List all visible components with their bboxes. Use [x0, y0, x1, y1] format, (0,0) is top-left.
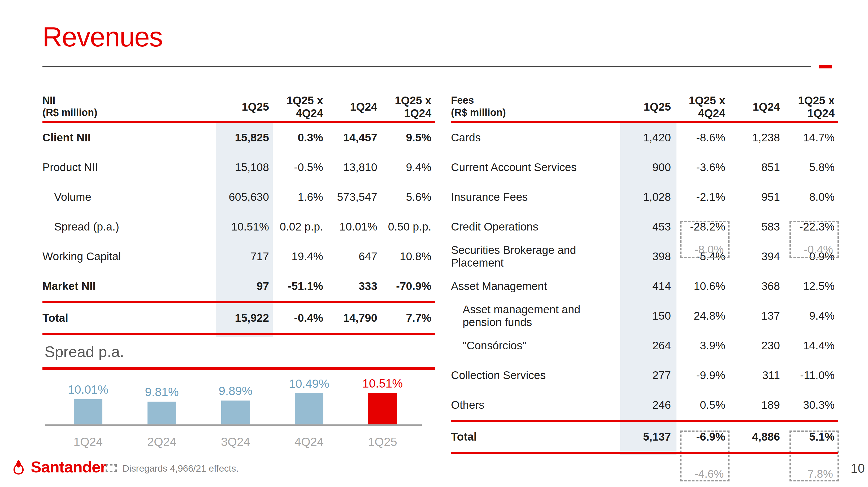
cell-value: -22.3%-0.4% — [784, 220, 838, 233]
column-header: 1Q25 x 4Q24 — [675, 94, 729, 121]
cell-value: 19.4% — [273, 250, 327, 263]
cell-value: 277 — [619, 369, 675, 382]
cell-value: 7.7% — [381, 312, 435, 325]
cell-value: 9.5% — [381, 131, 435, 144]
table-row: Credit Operations453-28.2%-8.0%583-22.3%… — [451, 212, 838, 242]
cell-value: 398 — [619, 250, 675, 263]
nii-table: NII (R$ million)1Q251Q25 x 4Q241Q241Q25 … — [42, 88, 435, 335]
cell-value: 14.4% — [784, 339, 838, 352]
row-label: Product NII — [42, 161, 215, 174]
cell-value: 647 — [327, 250, 381, 263]
cell-value: 900 — [619, 161, 675, 174]
total-top-rule — [42, 301, 435, 303]
spread-section-title: Spread p.a. — [44, 343, 124, 361]
table-row: Others2460.5%18930.3% — [451, 390, 838, 420]
row-label: Credit Operations — [451, 220, 619, 233]
table-row: Insurance Fees1,028-2.1%9518.0% — [451, 182, 838, 212]
cell-value: 1,238 — [729, 131, 784, 144]
table-row: Spread (p.a.)10.51%0.02 p.p.10.01%0.50 p… — [42, 212, 435, 242]
spread-section-rule — [42, 367, 435, 370]
cell-value: 1.6% — [273, 191, 327, 204]
cell-value: 4,886 — [729, 430, 784, 443]
total-bottom-rule — [42, 333, 435, 335]
dashed-highlight-box — [789, 430, 839, 481]
column-header: 1Q25 x 1Q24 — [784, 94, 838, 121]
table-row: Asset Management41410.6%36812.5% — [451, 271, 838, 301]
table-title: Fees (R$ million) — [451, 94, 619, 121]
dashed-box-icon — [105, 464, 117, 472]
row-label: Securities Brokerage and Placement — [451, 244, 619, 269]
row-label: Current Account Services — [451, 161, 619, 174]
cell-value: 3.9% — [675, 339, 729, 352]
column-header: 1Q25 x 1Q24 — [381, 94, 435, 121]
footnote-text: Disregards 4,966/21 effects. — [123, 463, 239, 474]
table-row: Asset management and pension funds15024.… — [451, 301, 838, 331]
column-header: 1Q25 — [215, 100, 273, 121]
table-row: Market NII97-51.1%333-70.9% — [42, 271, 435, 301]
cell-value: 189 — [729, 399, 784, 412]
cell-value: 10.51% — [215, 220, 273, 233]
cell-value: -0.4% — [273, 312, 327, 325]
cell-value: 24.8% — [675, 309, 729, 322]
table-row: Securities Brokerage and Placement398-5.… — [451, 242, 838, 271]
chart-value-label: 9.89% — [204, 384, 268, 398]
cell-value: -3.6% — [675, 161, 729, 174]
cell-value: 13,810 — [327, 161, 381, 174]
cell-value: 10.6% — [675, 280, 729, 293]
cell-value: 14,790 — [327, 312, 381, 325]
chart-bar — [148, 402, 176, 424]
title-red-dash — [819, 65, 832, 68]
cell-value: 717 — [215, 250, 273, 263]
cell-value: 30.3% — [784, 399, 838, 412]
cell-value: 0.50 p.p. — [381, 220, 435, 233]
cell-value: 12.5% — [784, 280, 838, 293]
cell-value: 15,108 — [215, 161, 273, 174]
spread-bar-chart: 10.01%1Q249.81%2Q249.89%3Q2410.49%4Q2410… — [42, 371, 425, 459]
dashed-highlight-box — [680, 221, 730, 258]
cell-value: 414 — [619, 280, 675, 293]
row-label: Client NII — [42, 131, 215, 144]
cell-value: 311 — [729, 369, 784, 382]
cell-value: -70.9% — [381, 280, 435, 293]
table-row: Client NII15,8250.3%14,4579.5% — [42, 123, 435, 153]
column-header: 1Q25 — [619, 100, 675, 121]
fees-table: Fees (R$ million)1Q251Q25 x 4Q241Q241Q25… — [451, 88, 838, 454]
cell-value: -6.9%-4.6% — [675, 430, 729, 443]
table-header: NII (R$ million)1Q251Q25 x 4Q241Q241Q25 … — [42, 88, 435, 121]
chart-bar — [74, 399, 102, 424]
row-label: Market NII — [42, 280, 215, 293]
cell-value: 453 — [619, 220, 675, 233]
cell-value: 230 — [729, 339, 784, 352]
table-title: NII (R$ million) — [42, 94, 215, 121]
cell-value: 264 — [619, 339, 675, 352]
table-row: Current Account Services900-3.6%8515.8% — [451, 153, 838, 182]
cell-value: 5,137 — [619, 430, 675, 443]
page-title: Revenues — [42, 21, 162, 53]
cell-value: 394 — [729, 250, 784, 263]
total-top-rule — [451, 420, 838, 422]
santander-wordmark: Santander — [31, 458, 106, 476]
cell-value: 0.5% — [675, 399, 729, 412]
total-bottom-rule — [451, 452, 838, 454]
cell-value: -28.2%-8.0% — [675, 220, 729, 233]
santander-logo: Santander — [10, 458, 106, 476]
title-rule — [42, 66, 811, 67]
cell-value: 5.6% — [381, 191, 435, 204]
row-label: Cards — [451, 131, 619, 144]
cell-value: 15,825 — [215, 131, 273, 144]
dashed-highlight-box — [789, 221, 839, 258]
chart-category-label: 1Q24 — [56, 435, 120, 449]
cell-value: -51.1% — [273, 280, 327, 293]
chart-category-label: 3Q24 — [204, 435, 268, 449]
row-label: Others — [451, 399, 619, 412]
table-body: Cards1,420-8.6%1,23814.7%Current Account… — [451, 123, 838, 420]
cell-value: 97 — [215, 280, 273, 293]
cell-value: 951 — [729, 191, 784, 204]
cell-value: 15,922 — [215, 312, 273, 325]
column-header: 1Q24 — [327, 100, 381, 121]
page-number: 10 — [844, 461, 865, 476]
table-header-rule — [42, 121, 435, 123]
chart-value-label: 10.01% — [56, 383, 120, 397]
cell-value: 1,028 — [619, 191, 675, 204]
table-total: Total5,137-6.9%-4.6%4,8865.1%7.8% — [451, 422, 838, 452]
